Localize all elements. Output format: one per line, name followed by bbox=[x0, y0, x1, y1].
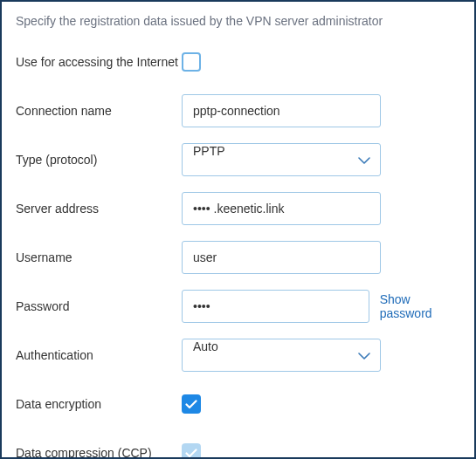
check-icon bbox=[185, 449, 197, 458]
row-connection-name: Connection name bbox=[16, 94, 460, 127]
checkbox-data-compression bbox=[182, 443, 201, 459]
form-description: Specify the registration data issued by … bbox=[16, 14, 460, 28]
row-authentication: Authentication Auto bbox=[16, 339, 460, 372]
label-password: Password bbox=[16, 298, 182, 315]
label-authentication: Authentication bbox=[16, 347, 182, 364]
label-username: Username bbox=[16, 250, 182, 266]
select-authentication[interactable]: Auto bbox=[182, 339, 381, 372]
checkbox-data-encryption[interactable] bbox=[182, 394, 201, 414]
label-data-encryption: Data encryption bbox=[16, 396, 182, 413]
input-password[interactable] bbox=[182, 290, 369, 323]
row-data-compression: Data compression (CCP) bbox=[16, 436, 460, 459]
input-server-address[interactable] bbox=[182, 192, 381, 225]
label-type: Type (protocol) bbox=[16, 152, 182, 168]
label-use-internet: Use for accessing the Internet bbox=[16, 54, 182, 71]
label-server-address: Server address bbox=[16, 201, 182, 217]
select-type[interactable]: PPTP bbox=[182, 143, 381, 176]
row-password: Password Show password bbox=[16, 290, 460, 323]
row-use-internet: Use for accessing the Internet bbox=[16, 45, 460, 79]
label-connection-name: Connection name bbox=[16, 103, 182, 120]
check-icon bbox=[185, 400, 197, 409]
show-password-link[interactable]: Show password bbox=[380, 292, 460, 320]
input-connection-name[interactable] bbox=[182, 94, 381, 127]
row-server-address: Server address bbox=[16, 192, 460, 225]
checkbox-use-internet[interactable] bbox=[182, 52, 201, 72]
row-data-encryption: Data encryption bbox=[16, 387, 460, 421]
input-username[interactable] bbox=[182, 241, 381, 274]
row-username: Username bbox=[16, 241, 460, 274]
row-type: Type (protocol) PPTP bbox=[16, 143, 460, 176]
label-data-compression: Data compression (CCP) bbox=[16, 445, 182, 459]
